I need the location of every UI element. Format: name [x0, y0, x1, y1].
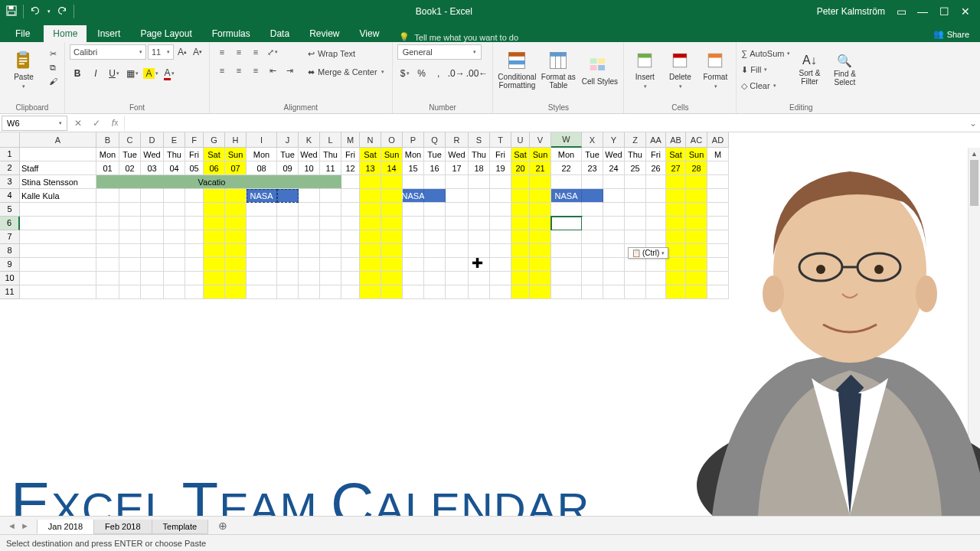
minimize-icon[interactable]: — [917, 5, 928, 18]
cell[interactable] [341, 244, 360, 258]
cell[interactable] [185, 203, 204, 217]
cell[interactable] [686, 217, 707, 230]
column-header[interactable]: AB [666, 132, 686, 148]
cell[interactable] [666, 230, 686, 244]
row-header[interactable]: 3 [0, 175, 20, 189]
cell[interactable] [185, 258, 204, 272]
cell[interactable] [185, 244, 204, 258]
cell[interactable] [360, 203, 381, 217]
cell[interactable]: 19 [490, 161, 511, 175]
column-header[interactable]: AC [686, 132, 707, 148]
cell[interactable] [119, 230, 141, 244]
cell[interactable] [341, 230, 360, 244]
align-center-button[interactable]: ≡ [231, 63, 247, 78]
cell[interactable]: Mon [551, 148, 582, 161]
vertical-scrollbar[interactable]: ▲ [968, 148, 980, 516]
cell[interactable] [320, 203, 341, 217]
cell[interactable] [320, 175, 341, 189]
row-header[interactable]: 5 [0, 203, 20, 217]
column-header[interactable]: I [247, 132, 277, 148]
cell[interactable] [707, 244, 729, 258]
column-header[interactable]: Y [603, 132, 625, 148]
tab-view[interactable]: View [351, 25, 389, 42]
cell[interactable] [625, 217, 646, 230]
cell[interactable] [625, 189, 646, 203]
cell[interactable]: Fri [646, 148, 666, 161]
tab-home[interactable]: Home [44, 25, 87, 42]
wrap-text-button[interactable]: ↩Wrap Text [305, 46, 387, 61]
cell[interactable]: 21 [530, 161, 551, 175]
cell[interactable]: Thu [164, 148, 185, 161]
column-header[interactable]: L [320, 132, 341, 148]
cell[interactable] [707, 175, 729, 189]
cell[interactable]: 17 [446, 161, 469, 175]
cell[interactable] [119, 244, 141, 258]
cell[interactable]: 15 [403, 161, 424, 175]
cell[interactable] [707, 161, 729, 175]
row-header[interactable]: 7 [0, 230, 20, 244]
cell[interactable]: 24 [603, 161, 625, 175]
tab-page-layout[interactable]: Page Layout [131, 25, 201, 42]
column-header[interactable]: S [469, 132, 490, 148]
cell[interactable] [277, 230, 299, 244]
save-icon[interactable] [6, 5, 17, 18]
cell[interactable]: Fri [490, 148, 511, 161]
cell[interactable]: 07 [225, 161, 247, 175]
cell[interactable] [96, 272, 119, 285]
cell[interactable] [707, 272, 729, 285]
sheet-nav-next[interactable]: ► [21, 521, 29, 530]
cell[interactable]: 22 [551, 161, 582, 175]
fx-button[interactable]: fx [106, 116, 124, 131]
cell[interactable] [666, 189, 686, 203]
cell[interactable] [646, 285, 666, 299]
cell[interactable] [646, 203, 666, 217]
cell[interactable] [530, 203, 551, 217]
cell[interactable] [141, 272, 164, 285]
cell[interactable]: Mon [247, 148, 277, 161]
cell[interactable] [225, 258, 247, 272]
column-header[interactable]: AA [646, 132, 666, 148]
cell[interactable] [625, 258, 646, 272]
column-header[interactable]: V [530, 132, 551, 148]
align-top-button[interactable]: ≡ [214, 44, 230, 60]
cell[interactable] [469, 175, 490, 189]
cell[interactable] [686, 189, 707, 203]
cell[interactable]: Sat [511, 148, 530, 161]
cell[interactable] [582, 217, 603, 230]
cell[interactable] [277, 203, 299, 217]
cell[interactable] [469, 272, 490, 285]
column-header[interactable]: R [446, 132, 469, 148]
cell[interactable] [141, 203, 164, 217]
cell[interactable] [96, 203, 119, 217]
column-header[interactable]: X [582, 132, 603, 148]
cell[interactable] [530, 189, 551, 203]
cell[interactable] [666, 272, 686, 285]
cell[interactable] [164, 272, 185, 285]
cell[interactable] [446, 203, 469, 217]
cell[interactable] [511, 244, 530, 258]
autosum-button[interactable]: ∑ AutoSum▾ [741, 46, 790, 61]
cell[interactable]: 05 [185, 161, 204, 175]
cell[interactable] [341, 285, 360, 299]
cell[interactable]: M [707, 148, 729, 161]
cell[interactable] [141, 258, 164, 272]
cell[interactable] [582, 175, 603, 189]
cell[interactable] [603, 272, 625, 285]
cell[interactable] [490, 217, 511, 230]
cell[interactable] [446, 285, 469, 299]
cell[interactable] [299, 244, 320, 258]
cell[interactable] [320, 244, 341, 258]
cell[interactable] [225, 230, 247, 244]
cell[interactable] [247, 217, 277, 230]
cell[interactable] [403, 230, 424, 244]
cell[interactable] [204, 217, 225, 230]
cell[interactable] [511, 217, 530, 230]
cell[interactable] [490, 230, 511, 244]
cell[interactable]: 01 [96, 161, 119, 175]
cell[interactable] [141, 244, 164, 258]
expand-formula-bar-button[interactable]: ⌄ [966, 118, 980, 129]
cell[interactable] [119, 285, 141, 299]
cell[interactable] [20, 230, 96, 244]
tab-file[interactable]: File [3, 25, 42, 42]
cell[interactable]: 11 [320, 161, 341, 175]
